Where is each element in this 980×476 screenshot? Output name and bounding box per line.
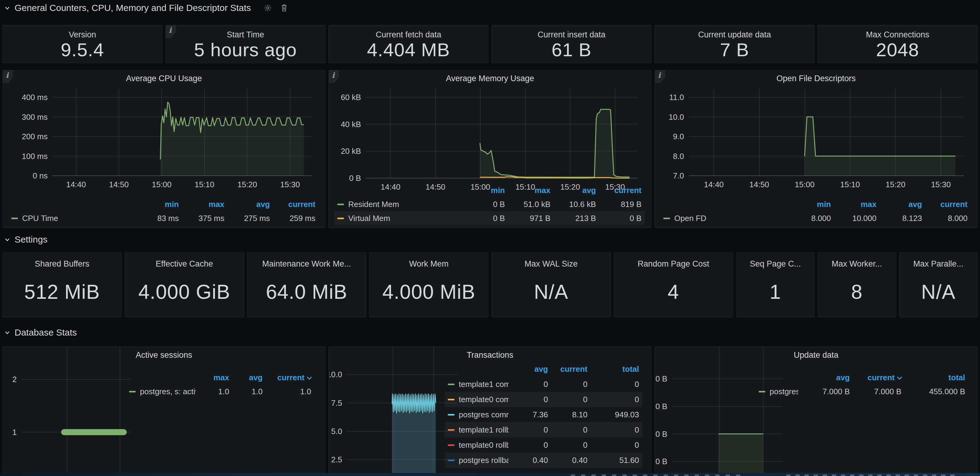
legend-row[interactable]: postgres commits7.368.10949.03 (445, 407, 642, 422)
stat-panel-current-insert-data[interactable]: Current insert data 61 B (492, 25, 652, 63)
info-icon[interactable]: i (3, 70, 13, 83)
stat-panel-current-fetch-data[interactable]: Current fetch data 4.404 MB (328, 25, 488, 63)
section-title[interactable]: General Counters, CPU, Memory and File D… (14, 3, 251, 13)
panel-title[interactable]: Open File Descriptors (673, 74, 959, 83)
legend-row[interactable]: postgres rollbacks0.400.4051.60 (445, 453, 642, 468)
legend-sort-avg[interactable]: avg (798, 373, 850, 382)
chevron-down-icon[interactable] (4, 329, 10, 335)
legend-sort-total[interactable]: total (587, 364, 639, 374)
legend-sort-min[interactable]: min (459, 186, 505, 195)
series-name[interactable]: template1 commits (459, 380, 509, 389)
legend-header: avgcurrenttotal (756, 371, 968, 385)
legend-sort-max[interactable]: max (179, 200, 224, 209)
stat-panel-version[interactable]: Version 9.5.4 (2, 25, 162, 63)
legend-row[interactable]: CPU Time83 ms375 ms275 ms259 ms (8, 211, 318, 225)
legend-row[interactable]: Resident Mem0 B51.0 kB10.6 kB819 B (334, 197, 644, 211)
series-name[interactable]: postgres, s: active (140, 387, 196, 396)
legend-sort-current[interactable]: current (270, 200, 315, 209)
avg-cpu-graph[interactable]: 0 ns100 ms200 ms300 ms400 ms14:4014:5015… (3, 85, 324, 204)
chevron-down-icon[interactable] (4, 236, 10, 243)
stat-panel-max-worker[interactable]: Max Worker... 8 (818, 252, 896, 317)
panel-title[interactable]: Average CPU Usage (21, 74, 307, 83)
stat-panel-start-time[interactable]: i Start Time 5 hours ago (165, 25, 325, 63)
chevron-down-icon[interactable] (4, 5, 10, 11)
open-fd-graph[interactable]: 7.08.09.010.011.014:4014:5015:0015:1015:… (655, 85, 976, 204)
active-sessions-legend: maxavgcurrentpostgres, s: active1.01.01.… (126, 371, 314, 398)
series-color-dash (448, 399, 455, 400)
legend-sort-avg[interactable]: avg (550, 186, 596, 195)
stat-panel-seq-page-cost[interactable]: Seq Page C... 1 (736, 252, 815, 317)
series-color-dash (337, 204, 344, 205)
legend-row[interactable]: Open FD8.00010.0008.1238.000 (660, 211, 970, 225)
stat-panel-max-wal-size[interactable]: Max WAL Size N/A (492, 252, 611, 317)
legend-sort-current[interactable]: current (596, 186, 641, 195)
legend-sort-current[interactable]: current (922, 200, 967, 209)
legend-value: 10.000 (831, 214, 877, 223)
legend-sort-avg[interactable]: avg (877, 200, 922, 209)
trash-icon[interactable] (280, 3, 289, 13)
stat-panel-effective-cache[interactable]: Effective Cache 4.000 GiB (125, 252, 244, 317)
series-name[interactable]: template0 commits (459, 395, 509, 404)
series-name[interactable]: Resident Mem (348, 200, 399, 209)
legend-value: 0.40 (509, 456, 548, 465)
svg-text:14:50: 14:50 (749, 180, 769, 189)
section-title[interactable]: Database Stats (14, 327, 77, 338)
info-icon[interactable]: i (655, 70, 665, 83)
active-sessions-graph[interactable]: 21 (3, 347, 324, 476)
stat-title: Max Paralle... (913, 259, 963, 269)
stat-title: Current update data (698, 30, 771, 39)
series-name[interactable]: postgres commits (459, 410, 509, 420)
section-header-general[interactable]: General Counters, CPU, Memory and File D… (4, 1, 289, 14)
legend-sort-current[interactable]: current (262, 373, 311, 382)
gear-icon[interactable] (263, 3, 272, 13)
settings-stats-row: Shared Buffers 512 MiB Effective Cache 4… (2, 252, 978, 317)
series-name[interactable]: template0 rollbacks (459, 441, 509, 450)
legend-row[interactable]: template0 commits000 (445, 392, 642, 407)
section-header-database-stats[interactable]: Database Stats (4, 326, 77, 339)
stat-panel-maintenance-work-mem[interactable]: Maintenance Work Me... 64.0 MiB (247, 252, 366, 317)
svg-text:7.0 B: 7.0 B (655, 430, 667, 439)
legend-sort-current[interactable]: current (548, 364, 587, 374)
legend-sort-max[interactable]: max (196, 373, 229, 382)
legend-sort-max[interactable]: max (831, 200, 877, 209)
legend-value: 971 B (505, 214, 550, 223)
legend-sort-avg[interactable]: avg (224, 200, 270, 209)
info-icon[interactable]: i (166, 25, 176, 38)
series-name[interactable]: postgres (770, 387, 798, 396)
legend-row[interactable]: Virtual Mem0 B971 B213 B0 B (334, 211, 644, 225)
series-name[interactable]: template1 rollbacks (459, 425, 509, 434)
legend-sort-min[interactable]: min (785, 200, 831, 209)
legend-sort-avg[interactable]: avg (509, 364, 548, 374)
panel-title[interactable]: Average Memory Usage (347, 74, 633, 83)
update-data-legend: avgcurrenttotalpostgres7.000 B7.000 B455… (756, 371, 968, 398)
section-title[interactable]: Settings (14, 234, 47, 245)
legend-value: 0 (548, 380, 587, 389)
legend-sort-avg[interactable]: avg (229, 373, 262, 382)
legend-sort-min[interactable]: min (133, 200, 179, 209)
section-header-settings[interactable]: Settings (4, 233, 47, 246)
update-data-graph[interactable]: 9.0 B8.0 B7.0 B6.0 B (655, 347, 976, 476)
series-name[interactable]: Open FD (674, 214, 706, 223)
graph-panel-avg-cpu: i Average CPU Usage 0 ns100 ms200 ms300 … (2, 70, 325, 228)
series-name[interactable]: Virtual Mem (348, 214, 390, 223)
legend-row[interactable]: template1 rollbacks000 (445, 422, 642, 438)
legend-row[interactable]: postgres7.000 B7.000 B455.000 B (756, 385, 968, 398)
stat-panel-work-mem[interactable]: Work Mem 4.000 MiB (369, 252, 488, 317)
series-name[interactable]: postgres rollbacks (459, 456, 509, 465)
legend-value: 0 B (459, 214, 505, 223)
legend-sort-current[interactable]: current (850, 373, 901, 382)
series-name[interactable]: CPU Time (22, 214, 58, 223)
stat-panel-max-parallel[interactable]: Max Paralle... N/A (899, 252, 978, 317)
legend-row[interactable]: template1 commits000 (445, 377, 642, 392)
legend-sort-max[interactable]: max (505, 186, 550, 195)
stat-panel-max-connections[interactable]: Max Connections 2048 (818, 25, 978, 63)
stat-value: 4.000 MiB (383, 269, 476, 317)
stat-panel-current-update-data[interactable]: Current update data 7 B (655, 25, 815, 63)
legend-row[interactable]: postgres, s: active1.01.01.0 (126, 385, 314, 398)
stat-panel-random-page-cost[interactable]: Random Page Cost 4 (614, 252, 733, 317)
legend-sort-total[interactable]: total (901, 373, 965, 382)
graph-panel-update-data: Update data 9.0 B8.0 B7.0 B6.0 B avgcurr… (655, 347, 978, 476)
info-icon[interactable]: i (329, 70, 339, 83)
stat-panel-shared-buffers[interactable]: Shared Buffers 512 MiB (2, 252, 122, 317)
legend-row[interactable]: template0 rollbacks000 (445, 438, 642, 453)
